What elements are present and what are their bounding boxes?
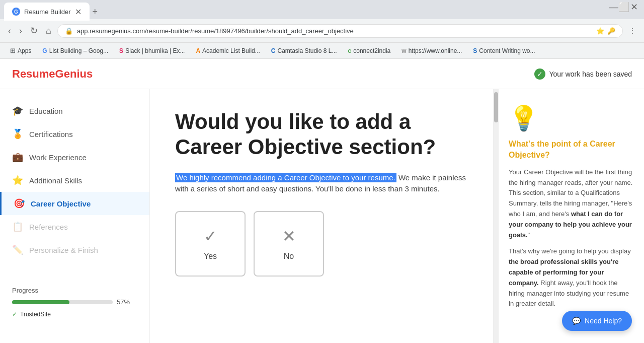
sidebar-label-certifications: Certifications — [29, 130, 73, 139]
tip-title: What's the point of a Career Objective? — [509, 139, 634, 161]
bookmark-academic[interactable]: A Academic List Build... — [192, 46, 264, 55]
sidebar: 🎓 Education 🏅 Certifications 💼 Work Expe… — [0, 89, 150, 343]
yes-button[interactable]: ✓ Yes — [175, 211, 246, 277]
choice-buttons: ✓ Yes ✕ No — [175, 211, 468, 277]
tip-body: Your Career Objective will be the first … — [509, 167, 634, 309]
bookmarks-bar: ⊞ Apps G List Building – Goog... S Slack… — [0, 42, 644, 58]
sidebar-item-personalize-finish: ✏️ Personalize & Finish — [0, 238, 149, 261]
tab-title: Resume Builder — [24, 8, 71, 16]
work-experience-icon: 💼 — [12, 152, 23, 163]
reload-button[interactable]: ↻ — [28, 23, 40, 38]
minimize-button[interactable]: — — [610, 3, 618, 11]
yes-label: Yes — [204, 252, 217, 261]
sidebar-label-career-objective: Career Objective — [31, 199, 91, 208]
tab-close-button[interactable]: ✕ — [75, 7, 82, 17]
tip-para2-start: That's why we're going to help you displ… — [509, 247, 631, 255]
sidebar-item-additional-skills[interactable]: ⭐ Additional Skills — [0, 169, 149, 192]
main-content: Would you like to add a Career Objective… — [150, 89, 493, 343]
bookmark-list-building[interactable]: G List Building – Goog... — [38, 46, 112, 55]
references-icon: 📋 — [12, 221, 23, 232]
education-icon: 🎓 — [12, 105, 23, 116]
save-notice: ✓ Your work has been saved — [534, 68, 632, 80]
page-title: Would you like to add a Career Objective… — [175, 109, 468, 160]
save-check-icon: ✓ — [534, 68, 545, 80]
need-help-icon: 💬 — [572, 317, 581, 325]
sidebar-label-personalize: Personalize & Finish — [29, 246, 98, 254]
additional-skills-icon: ⭐ — [12, 175, 23, 186]
bookmark-online[interactable]: w https://www.online... — [397, 46, 466, 55]
bulb-icon: 💡 — [509, 104, 634, 132]
sidebar-item-education[interactable]: 🎓 Education — [0, 99, 149, 122]
new-tab-button[interactable]: + — [90, 4, 101, 20]
trusted-site: ✓ TrustedSite — [12, 311, 137, 318]
sidebar-item-certifications[interactable]: 🏅 Certifications — [0, 122, 149, 146]
certifications-icon: 🏅 — [12, 128, 23, 140]
sidebar-label-additional-skills: Additional Skills — [29, 176, 82, 185]
forward-button[interactable]: › — [17, 24, 24, 38]
trusted-label: TrustedSite — [20, 311, 51, 318]
recommend-highlight: We highly recommend adding a Career Obje… — [175, 173, 396, 182]
url-text: app.resumegenius.com/resume-builder/resu… — [77, 27, 592, 35]
yes-check-icon: ✓ — [204, 227, 217, 246]
bookmark-apps[interactable]: ⊞ Apps — [6, 46, 35, 55]
back-button[interactable]: ‹ — [6, 24, 13, 38]
sidebar-label-education: Education — [29, 107, 63, 115]
close-button[interactable]: ✕ — [630, 3, 638, 11]
active-tab[interactable]: G Resume Builder ✕ — [4, 3, 90, 21]
no-x-icon: ✕ — [282, 227, 296, 246]
scrollbar-thumb[interactable] — [494, 92, 498, 122]
app-header: ResumeGenius ✓ Your work has been saved — [0, 59, 644, 89]
trusted-check-icon: ✓ — [12, 311, 17, 318]
tip-para2: That's why we're going to help you displ… — [509, 246, 634, 309]
tab-favicon: G — [12, 8, 20, 16]
address-bar[interactable]: 🔒 app.resumegenius.com/resume-builder/re… — [57, 24, 623, 38]
tip-para1-end: " — [528, 231, 530, 239]
scrollbar[interactable] — [493, 89, 498, 343]
logo-resume: Resume — [12, 67, 55, 80]
save-message: Your work has been saved — [549, 70, 632, 78]
bookmark-camtasia[interactable]: C Camtasia Studio 8 L... — [267, 46, 341, 55]
sidebar-label-references: References — [29, 223, 68, 231]
progress-label: Progress — [12, 287, 137, 294]
progress-bar-fill — [12, 300, 69, 304]
title-line1: Would you like to add a — [175, 110, 411, 133]
need-help-button[interactable]: 💬 Need Help? — [562, 311, 632, 331]
extensions-button[interactable]: ⋮ — [627, 25, 638, 37]
home-button[interactable]: ⌂ — [44, 24, 53, 38]
logo-genius: Genius — [55, 67, 93, 80]
sidebar-footer: Progress 57% ✓ TrustedSite — [0, 271, 149, 323]
progress-percent: 57% — [117, 298, 130, 306]
password-icon: 🔑 — [607, 27, 615, 35]
sidebar-item-work-experience[interactable]: 💼 Work Experience — [0, 146, 149, 169]
sidebar-label-work-experience: Work Experience — [29, 153, 87, 162]
recommend-text: We highly recommend adding a Career Obje… — [175, 172, 468, 195]
bookmark-slack[interactable]: S Slack | bhumika | Ex... — [115, 46, 189, 55]
no-label: No — [284, 252, 294, 261]
sidebar-item-career-objective[interactable]: 🎯 Career Objective — [0, 192, 149, 215]
lock-icon: 🔒 — [65, 27, 73, 35]
maximize-button[interactable]: ⬜ — [620, 3, 628, 11]
bookmark-connect2india[interactable]: c connect2india — [344, 46, 395, 55]
need-help-label: Need Help? — [585, 317, 622, 325]
extensions-icon: ⭐ — [596, 27, 604, 35]
title-line2: Career Objective section? — [175, 135, 436, 159]
personalize-icon: ✏️ — [12, 244, 23, 255]
right-panel: 💡 What's the point of a Career Objective… — [498, 89, 644, 343]
tip-para1: Your Career Objective will be the first … — [509, 167, 634, 241]
logo: ResumeGenius — [12, 67, 93, 81]
sidebar-item-references: 📋 References — [0, 215, 149, 238]
no-button[interactable]: ✕ No — [254, 211, 324, 277]
bookmark-content-writing[interactable]: S Content Writing wo... — [469, 46, 539, 55]
career-objective-icon: 🎯 — [14, 198, 25, 209]
progress-bar-bg — [12, 300, 113, 304]
